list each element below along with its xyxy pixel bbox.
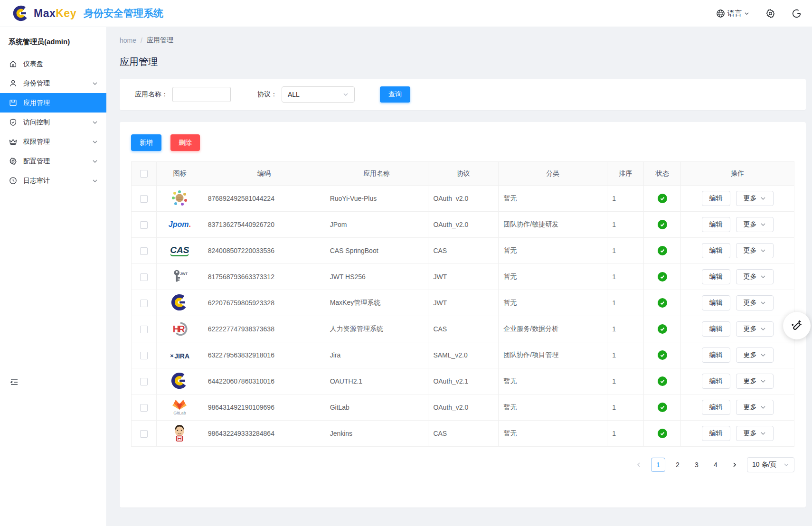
- column-header: 分类: [499, 162, 607, 186]
- app-name: RuoYi-Vue-Plus: [325, 186, 428, 212]
- more-button[interactable]: 更多: [736, 191, 774, 206]
- breadcrumb-home-link[interactable]: home: [120, 37, 136, 44]
- row-checkbox[interactable]: [140, 221, 148, 229]
- more-button[interactable]: 更多: [736, 295, 774, 310]
- table-row: Jpom.837136275440926720JPomOAuth_v2.0团队协…: [132, 212, 794, 238]
- chevron-down-icon: [760, 326, 766, 332]
- page-size-select[interactable]: 10 条/页: [747, 457, 794, 472]
- app-protocol: OAuth_v2.1: [428, 368, 499, 394]
- row-checkbox[interactable]: [140, 404, 148, 412]
- row-checkbox[interactable]: [140, 273, 148, 281]
- app-code: 817568793663373312: [203, 264, 325, 290]
- row-checkbox[interactable]: [140, 247, 148, 255]
- sidebar-menu: 仪表盘身份管理应用管理访问控制权限管理配置管理日志审计: [0, 54, 106, 190]
- app-name: JWT HS256: [325, 264, 428, 290]
- edit-button[interactable]: 编辑: [702, 191, 730, 206]
- app-order: 1: [607, 421, 644, 447]
- search-button[interactable]: 查询: [380, 86, 410, 103]
- sidebar-item-clock[interactable]: 日志审计: [0, 171, 106, 190]
- chevron-down-icon: [760, 352, 766, 358]
- sidebar-item-gear[interactable]: 配置管理: [0, 151, 106, 171]
- column-header: 编码: [203, 162, 325, 186]
- delete-button[interactable]: 删除: [170, 134, 200, 151]
- protocol-label: 协议：: [257, 90, 277, 99]
- edit-button[interactable]: 编辑: [702, 217, 730, 232]
- svg-text:JWT: JWT: [180, 272, 188, 276]
- app-protocol: OAuth_v2.0: [428, 394, 499, 421]
- magic-wand-floating-button[interactable]: [783, 312, 811, 339]
- app-protocol: CAS: [428, 421, 499, 447]
- settings-button[interactable]: [765, 9, 775, 19]
- edit-button[interactable]: 编辑: [702, 321, 730, 337]
- app-category: 暂无: [499, 238, 607, 264]
- cas-logo-icon: CAS: [170, 245, 189, 256]
- protocol-select[interactable]: ALL: [282, 86, 355, 103]
- language-switcher[interactable]: 语言: [716, 9, 749, 18]
- pagination-prev-button[interactable]: [632, 458, 645, 472]
- sidebar-item-label: 应用管理: [23, 99, 50, 107]
- sidebar-item-crown[interactable]: 权限管理: [0, 132, 106, 151]
- column-header: 图标: [157, 162, 203, 186]
- sidebar-item-dashboard[interactable]: 仪表盘: [0, 54, 106, 74]
- sidebar-collapse-icon[interactable]: [9, 377, 19, 387]
- edit-button[interactable]: 编辑: [702, 269, 730, 284]
- edit-button[interactable]: 编辑: [702, 426, 730, 441]
- pagination-page-2[interactable]: 2: [671, 458, 684, 472]
- edit-button[interactable]: 编辑: [702, 400, 730, 415]
- row-checkbox[interactable]: [140, 195, 148, 203]
- edit-button[interactable]: 编辑: [702, 295, 730, 310]
- hr-logo-icon: HR: [170, 319, 189, 338]
- row-checkbox[interactable]: [140, 352, 148, 359]
- row-checkbox[interactable]: [140, 300, 148, 307]
- sidebar-item-apps[interactable]: 应用管理: [0, 93, 106, 113]
- main-content: home / 应用管理 应用管理 应用名称： 协议： ALL 查询 新增 删除: [107, 27, 812, 526]
- app-protocol: JWT: [428, 290, 499, 316]
- column-header: 应用名称: [325, 162, 428, 186]
- app-name-input[interactable]: [172, 87, 231, 102]
- app-protocol: JWT: [428, 264, 499, 290]
- more-button[interactable]: 更多: [736, 269, 774, 284]
- edit-button[interactable]: 编辑: [702, 243, 730, 258]
- more-button[interactable]: 更多: [736, 243, 774, 258]
- app-order: 1: [607, 342, 644, 368]
- row-checkbox[interactable]: [140, 430, 148, 438]
- row-checkbox[interactable]: [140, 326, 148, 333]
- pagination-page-4[interactable]: 4: [709, 458, 722, 472]
- more-button[interactable]: 更多: [736, 348, 774, 363]
- app-category: 暂无: [499, 264, 607, 290]
- chevron-down-icon: [760, 404, 766, 410]
- edit-button[interactable]: 编辑: [702, 374, 730, 389]
- logout-button[interactable]: [792, 9, 802, 19]
- app-name: 人力资源管理系统: [325, 316, 428, 342]
- pagination-next-button[interactable]: [728, 458, 741, 472]
- more-button[interactable]: 更多: [736, 400, 774, 415]
- more-button[interactable]: 更多: [736, 217, 774, 232]
- toolbar: 新增 删除: [131, 134, 794, 151]
- maxkey-logo-icon: [170, 372, 189, 390]
- sidebar-item-user[interactable]: 身份管理: [0, 74, 106, 93]
- shield-icon: [9, 118, 17, 127]
- status-enabled-icon: [658, 376, 667, 386]
- pagination-page-1[interactable]: 1: [651, 458, 665, 472]
- more-button[interactable]: 更多: [736, 321, 774, 337]
- chevron-down-icon: [760, 274, 766, 280]
- pagination-page-3[interactable]: 3: [690, 458, 703, 472]
- add-button[interactable]: 新增: [131, 134, 161, 151]
- app-category: 团队协作/敏捷研发: [499, 212, 607, 238]
- row-checkbox[interactable]: [140, 378, 148, 385]
- status-enabled-icon: [658, 246, 667, 255]
- app-order: 1: [607, 394, 644, 421]
- svg-text:R: R: [179, 323, 185, 334]
- more-button[interactable]: 更多: [736, 426, 774, 441]
- sidebar-item-shield[interactable]: 访问控制: [0, 113, 106, 132]
- table-row: JWT817568793663373312JWT HS256JWT暂无1编辑更多: [132, 264, 794, 290]
- table-row: 644220607860310016OAUTH2.1OAuth_v2.1暂无1编…: [132, 368, 794, 394]
- more-button[interactable]: 更多: [736, 374, 774, 389]
- app-protocol: CAS: [428, 316, 499, 342]
- app-category: 暂无: [499, 394, 607, 421]
- select-all-checkbox[interactable]: [140, 170, 148, 178]
- app-name: OAUTH2.1: [325, 368, 428, 394]
- edit-button[interactable]: 编辑: [702, 348, 730, 363]
- app-order: 1: [607, 368, 644, 394]
- gear-icon: [9, 157, 17, 166]
